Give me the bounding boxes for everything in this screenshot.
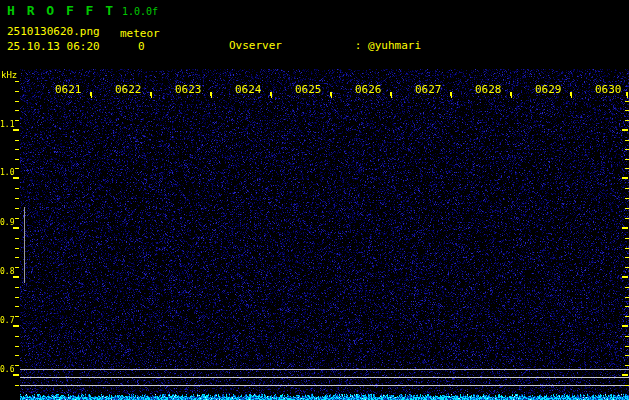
time-tick-label: 0624: [235, 83, 262, 96]
freq-tick-label: 1.1: [0, 120, 14, 129]
time-tick-label: 0629: [535, 83, 562, 96]
app-title: H R O F F T: [7, 3, 115, 18]
meteor-label: meteor: [120, 27, 160, 40]
hrofft-screen: H R O F F T 1.0.0f 2510130620.png meteor…: [0, 0, 629, 400]
freq-tick-label: 1.0: [0, 168, 14, 177]
output-filename: 2510130620.png: [7, 25, 100, 38]
meteor-count: 0: [138, 40, 145, 53]
time-tick-label: 0630: [595, 83, 622, 96]
time-tick-label: 0623: [175, 83, 202, 96]
freq-tick-label: 0.9: [0, 218, 14, 227]
time-tick-label: 0626: [355, 83, 382, 96]
datetime-stamp: 25.10.13 06:20: [7, 40, 100, 53]
app-version: 1.0.0f: [122, 6, 158, 17]
time-tick-label: 0627: [415, 83, 442, 96]
freq-tick-label: 0.8: [0, 267, 14, 276]
info-label: Ovserver: [229, 40, 355, 53]
info-line-observer: Ovserver: @yuhmari: [176, 28, 629, 66]
spectrogram-canvas: [0, 68, 629, 400]
freq-tick-label: 0.6: [0, 365, 14, 374]
time-tick-label: 0625: [295, 83, 322, 96]
time-tick-label: 0628: [475, 83, 502, 96]
time-tick-label: 0622: [115, 83, 142, 96]
freq-axis-unit: kHz: [1, 70, 17, 80]
info-sep: :: [355, 39, 368, 52]
freq-tick-label: 0.7: [0, 316, 14, 325]
info-value: @yuhmari: [368, 39, 421, 52]
spectrogram-plot: kHz 1.1 1.0 0.9 0.8 0.7 0.6 0621 0622 06…: [0, 68, 629, 400]
time-tick-label: 0621: [55, 83, 82, 96]
